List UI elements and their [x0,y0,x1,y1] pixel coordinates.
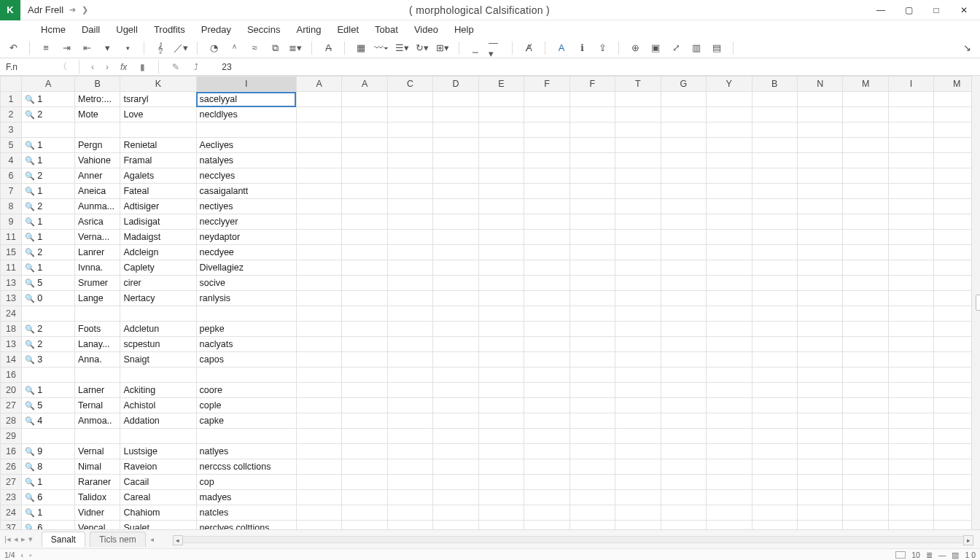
cell[interactable]: 🔍4 [22,413,75,429]
cell[interactable]: 🔍6 [22,490,75,505]
cell[interactable] [342,352,387,368]
cell[interactable] [478,444,524,459]
cell[interactable] [296,459,341,475]
cell[interactable] [524,398,569,413]
menu-edlet[interactable]: Edlet [330,23,366,36]
cell[interactable] [888,444,933,459]
cell[interactable]: Raraner [75,475,120,490]
cell[interactable] [888,505,933,521]
cell[interactable] [387,276,432,291]
cell[interactable] [661,107,706,122]
cell[interactable] [843,153,888,168]
cell[interactable] [797,153,842,168]
cell[interactable] [478,429,524,444]
cell[interactable] [615,107,661,122]
cell[interactable] [843,138,888,153]
cell[interactable] [615,337,661,352]
cell[interactable] [569,199,615,214]
cell[interactable]: 🔍5 [22,398,75,413]
cell[interactable]: Lustsige [120,444,196,459]
cell[interactable]: 🔍1 [22,475,75,490]
cell[interactable] [478,383,524,398]
scroll-right-icon[interactable]: ▸ [963,535,973,545]
cell[interactable] [296,138,341,153]
dropdown-icon[interactable]: ❯ [82,5,88,15]
row-header[interactable]: 5 [1,138,22,153]
cell[interactable] [843,92,888,107]
cell[interactable] [843,276,888,291]
cell[interactable]: 🔍5 [22,276,75,291]
cell[interactable]: natalyes [196,153,296,168]
row-header[interactable]: 28 [1,413,22,429]
cell[interactable] [433,168,478,184]
cell[interactable] [843,383,888,398]
list-icon[interactable]: ☰▾ [394,41,409,55]
cell[interactable] [387,291,432,306]
cell[interactable] [478,368,524,383]
column-header[interactable]: F [569,77,615,92]
menu-video[interactable]: Video [407,23,446,36]
row-header[interactable]: 29 [1,429,22,444]
cell[interactable] [387,122,432,138]
brush-icon[interactable]: ／▾ [174,41,188,55]
cell[interactable]: Framal [120,153,196,168]
cell[interactable]: necclyyer [196,214,296,230]
cell[interactable]: 🔍2 [22,107,75,122]
cell[interactable] [433,230,478,245]
cell[interactable] [752,398,797,413]
cell[interactable]: scpestun [120,337,196,352]
cell[interactable]: Vidner [75,505,120,521]
cell[interactable]: Adcletun [120,322,196,337]
close-button[interactable]: ✕ [954,1,974,19]
cell[interactable] [797,337,842,352]
cell[interactable] [888,245,933,260]
cell[interactable] [296,490,341,505]
cell[interactable] [524,214,569,230]
cell[interactable] [478,199,524,214]
cell[interactable] [342,184,387,199]
cell[interactable] [478,138,524,153]
cell[interactable] [387,521,432,530]
cell[interactable] [843,521,888,530]
tab-next-icon[interactable]: ▸ [21,534,26,544]
cell[interactable] [433,214,478,230]
cell[interactable] [569,444,615,459]
cell[interactable] [752,122,797,138]
menu-daill[interactable]: Daill [74,23,107,36]
cell[interactable] [478,306,524,322]
cell[interactable] [843,260,888,276]
cell[interactable]: casaigalantt [196,184,296,199]
cell[interactable] [707,230,752,245]
cell[interactable] [888,199,933,214]
cell[interactable] [661,398,706,413]
cell[interactable] [296,291,341,306]
cell[interactable] [661,413,706,429]
cell[interactable] [524,138,569,153]
cell[interactable] [478,521,524,530]
row-header[interactable]: 11 [1,230,22,245]
strike-icon[interactable]: A̸ [521,41,536,55]
cell[interactable]: Anner [75,168,120,184]
cell[interactable]: Adtisiger [120,199,196,214]
cell[interactable] [196,368,296,383]
cell[interactable] [22,306,75,322]
cell[interactable] [524,107,569,122]
panel-icon[interactable]: ▣ [648,41,663,55]
cell[interactable] [615,383,661,398]
tab-menu-icon[interactable]: ▾ [28,534,33,544]
cell[interactable] [797,352,842,368]
cell[interactable] [342,138,387,153]
dropdown-icon[interactable]: ▾ [100,41,114,55]
cell[interactable]: 🔍1 [22,505,75,521]
cell[interactable] [433,199,478,214]
cell[interactable] [22,429,75,444]
cell[interactable] [707,199,752,214]
cell[interactable] [888,475,933,490]
cell[interactable] [569,337,615,352]
cell[interactable] [888,521,933,530]
cell[interactable] [296,368,341,383]
cell[interactable] [797,245,842,260]
cell[interactable] [888,368,933,383]
cell[interactable] [524,184,569,199]
view-page-icon[interactable]: ≣ [926,551,933,559]
